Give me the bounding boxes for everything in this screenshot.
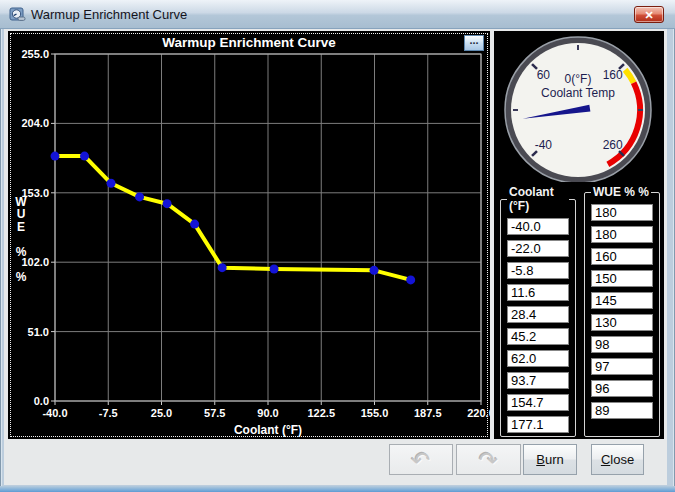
coolant-bin-field[interactable]: -40.0	[507, 218, 569, 235]
curve-point[interactable]	[190, 220, 199, 229]
curve-point[interactable]	[163, 199, 172, 208]
curve-point[interactable]	[270, 265, 279, 274]
gauge-value-label: 0(°F)	[565, 72, 592, 86]
gauge-tick-label: 160	[603, 68, 623, 82]
wue-bin-field[interactable]: 89	[591, 402, 653, 419]
gauge-tick-label: 260	[603, 138, 623, 152]
wue-bin-field[interactable]: 96	[591, 380, 653, 397]
wue-bin-field[interactable]: 150	[591, 270, 653, 287]
coolant-bin-field[interactable]: 62.0	[507, 350, 569, 367]
wue-bin-field[interactable]: 97	[591, 358, 653, 375]
warmup-curve-chart[interactable]: -40.0-7.525.057.590.0122.5155.0187.5220.…	[8, 31, 490, 439]
wue-bin-field[interactable]: 180	[591, 204, 653, 221]
window-icon	[9, 6, 26, 23]
y-axis-label: E	[17, 220, 25, 234]
wue-bins-header: WUE % %	[591, 185, 651, 199]
coolant-bin-field[interactable]: 177.1	[507, 416, 569, 433]
wue-bin-field[interactable]: 145	[591, 292, 653, 309]
chart-title: Warmup Enrichment Curve	[162, 35, 336, 50]
y-tick-label: 204.0	[21, 117, 49, 129]
window-title: Warmup Enrichment Curve	[31, 7, 187, 22]
x-tick-label: -40.0	[42, 407, 67, 419]
curve-point[interactable]	[80, 152, 89, 161]
coolant-bin-field[interactable]: -22.0	[507, 240, 569, 257]
redo-button[interactable]: ↷	[456, 444, 521, 475]
warmup-enrichment-dialog: Warmup Enrichment Curve ✕ -40.0-7.525.05…	[0, 0, 675, 492]
burn-button[interactable]: Burn	[523, 444, 577, 475]
x-tick-label: 187.5	[414, 407, 442, 419]
wue-bin-field[interactable]: 180	[591, 226, 653, 243]
x-axis-label: Coolant (°F)	[234, 423, 302, 437]
y-tick-label: 0.0	[34, 395, 49, 407]
close-window-button[interactable]: ✕	[634, 6, 664, 23]
x-tick-label: -7.5	[99, 407, 118, 419]
curve-bins: Coolant (°F) -40.0-22.0-5.811.628.445.26…	[494, 185, 664, 437]
y-tick-label: 255.0	[21, 48, 49, 60]
coolant-bins-header: Coolant (°F)	[507, 185, 569, 213]
right-panel: -40601602600(°F)Coolant Temp Coolant (°F…	[494, 31, 664, 439]
undo-button[interactable]: ↶	[389, 444, 453, 475]
gauge-title: Coolant Temp	[541, 86, 615, 100]
curve-point[interactable]	[370, 266, 379, 275]
coolant-bin-field[interactable]: 45.2	[507, 328, 569, 345]
curve-point[interactable]	[218, 263, 227, 272]
gauge-tick-label: -40	[535, 138, 553, 152]
x-tick-label: 57.5	[204, 407, 225, 419]
titlebar[interactable]: Warmup Enrichment Curve ✕	[0, 0, 675, 29]
coolant-bin-field[interactable]: 28.4	[507, 306, 569, 323]
curve-point[interactable]	[107, 179, 116, 188]
wue-bin-field[interactable]: 98	[591, 336, 653, 353]
warmup-curve-chart-panel[interactable]: -40.0-7.525.057.590.0122.5155.0187.5220.…	[8, 31, 490, 439]
wue-bin-field[interactable]: 130	[591, 314, 653, 331]
chart-options-button[interactable]: ...	[464, 35, 484, 51]
x-tick-label: 25.0	[151, 407, 172, 419]
coolant-temp-gauge: -40601602600(°F)Coolant Temp	[494, 32, 664, 182]
y-tick-label: 51.0	[28, 326, 49, 338]
y-axis-label: %	[16, 245, 27, 259]
wue-bins-group: WUE % % 18018016015014513098979689	[584, 185, 660, 437]
undo-icon: ↶	[411, 447, 430, 473]
x-tick-label: 90.0	[257, 407, 278, 419]
x-tick-label: 122.5	[307, 407, 335, 419]
curve-point[interactable]	[135, 192, 144, 201]
dialog-content: -40.0-7.525.057.590.0122.5155.0187.5220.…	[4, 29, 667, 485]
y-axis-label: %	[16, 270, 27, 284]
curve-point[interactable]	[51, 152, 60, 161]
coolant-bins-group: Coolant (°F) -40.0-22.0-5.811.628.445.26…	[500, 185, 576, 437]
x-tick-label: 155.0	[361, 407, 389, 419]
coolant-bin-field[interactable]: 154.7	[507, 394, 569, 411]
coolant-bin-field[interactable]: 93.7	[507, 372, 569, 389]
gauge-tick-label: 60	[537, 68, 551, 82]
close-button[interactable]: Close	[591, 444, 644, 475]
wue-bin-field[interactable]: 160	[591, 248, 653, 265]
x-tick-label: 220.0	[467, 407, 490, 419]
coolant-bin-field[interactable]: -5.8	[507, 262, 569, 279]
curve-point[interactable]	[406, 275, 415, 284]
coolant-bin-field[interactable]: 11.6	[507, 284, 569, 301]
window-border-bottom	[0, 486, 675, 492]
redo-icon: ↷	[479, 447, 498, 473]
